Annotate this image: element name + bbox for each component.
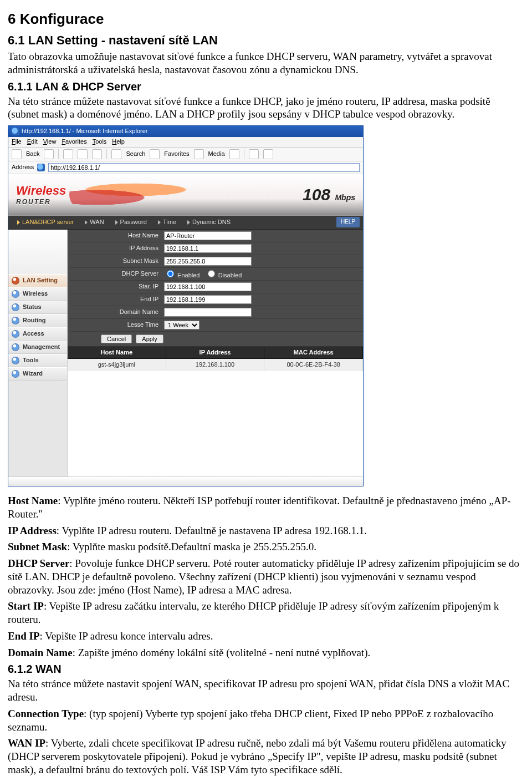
speed-unit: Mbps: [335, 193, 355, 202]
sidebar-label: Status: [23, 303, 42, 311]
search-icon[interactable]: [111, 149, 121, 159]
ie-back-label[interactable]: Back: [26, 150, 39, 158]
radio-disabled[interactable]: [208, 270, 215, 277]
bullet-icon: [12, 370, 19, 378]
ie-addressbar: Address: [8, 161, 363, 174]
input-end-ip[interactable]: [164, 295, 252, 304]
ie-menu-file[interactable]: File: [12, 138, 22, 146]
ie-menu-help[interactable]: Help: [112, 138, 125, 146]
ie-title-text: http://192.168.1.1/ - Microsoft Internet…: [22, 128, 147, 135]
td-host-name: gst-s4jg3ljuml: [68, 359, 166, 371]
tab-password[interactable]: Password: [110, 216, 152, 229]
help-button[interactable]: HELP: [336, 217, 360, 227]
sidebar-item-routing[interactable]: Routing: [8, 314, 67, 327]
input-start-ip[interactable]: [164, 282, 252, 291]
row-dhcp-server: DHCP Server Enabled Disabled: [70, 268, 363, 281]
ie-menubar: File Edit View Favorites Tools Help: [8, 137, 363, 148]
ie-icon: [12, 128, 19, 135]
heading-lan-setting: 6.1 LAN Setting - nastavení sítě LAN: [8, 33, 522, 48]
label-end-ip: End IP: [70, 296, 164, 303]
row-end-ip: End IP: [70, 293, 363, 306]
history-icon[interactable]: [229, 149, 239, 159]
sidebar-item-status[interactable]: Status: [8, 301, 67, 314]
term-start-ip: Start IP: [8, 600, 44, 612]
ie-fav-label[interactable]: Favorites: [164, 150, 189, 158]
tab-lan-dhcp[interactable]: LAN&DHCP server: [12, 216, 79, 229]
triangle-icon: [115, 220, 118, 225]
sidebar-item-access[interactable]: Access: [8, 327, 67, 341]
forward-icon[interactable]: [44, 149, 54, 159]
speed-number: 108: [303, 185, 330, 204]
triangle-icon: [158, 220, 161, 225]
sidebar-item-lan-setting[interactable]: LAN Setting: [8, 274, 67, 287]
home-icon[interactable]: [92, 149, 102, 159]
ie-address-input[interactable]: [48, 163, 360, 172]
router-page: Wireless ROUTER 108 Mbps LAN&DHCP server…: [8, 174, 363, 486]
refresh-icon[interactable]: [78, 149, 88, 159]
sidebar-item-wizard[interactable]: Wizard: [8, 367, 67, 381]
sidebar-item-tools[interactable]: Tools: [8, 354, 67, 367]
ie-toolbar: Back Search Favorites Media: [8, 148, 363, 161]
cancel-button[interactable]: Cancel: [101, 334, 132, 343]
screenshot-ie-window: http://192.168.1.1/ - Microsoft Internet…: [8, 125, 364, 486]
text-start-ip: : Vepište IP adresu začátku intervalu, z…: [8, 600, 499, 625]
sidebar-spacer: [8, 230, 67, 274]
radio-enabled[interactable]: [167, 270, 174, 277]
stop-icon[interactable]: [63, 149, 73, 159]
td-mac-address: 00-0C-6E-2B-F4-38: [264, 359, 363, 371]
router-form: Host Name IP Address Subnet Mask DHCP Se…: [68, 230, 363, 477]
ie-search-label[interactable]: Search: [126, 150, 145, 158]
sidebar-label: Wizard: [23, 370, 43, 378]
tab-wan[interactable]: WAN: [79, 216, 109, 229]
para-wan-intro: Na této stránce můžete nastavit spojení …: [8, 677, 522, 704]
router-brand-banner: Wireless ROUTER 108 Mbps: [8, 174, 363, 216]
router-content: LAN Setting Wireless Status Routing Acce…: [8, 230, 363, 477]
decorative-swoosh: [69, 180, 213, 210]
bullet-icon: [12, 317, 19, 324]
router-sidebar: LAN Setting Wireless Status Routing Acce…: [8, 230, 68, 477]
bullet-icon: [12, 290, 19, 298]
text-domain-name: : Zapište jméno domény lokální sítě (vol…: [73, 647, 371, 658]
print-icon[interactable]: [263, 149, 273, 159]
ie-page-icon: [37, 164, 45, 171]
input-subnet-mask[interactable]: [164, 257, 252, 266]
media-icon[interactable]: [194, 149, 204, 159]
label-domain-name: Domain Name: [70, 308, 164, 316]
sidebar-item-management[interactable]: Management: [8, 341, 67, 354]
radio-disabled-label[interactable]: Disabled: [205, 272, 242, 278]
favorites-icon[interactable]: [150, 149, 160, 159]
tab-label: WAN: [90, 219, 104, 226]
input-host-name[interactable]: [164, 231, 252, 240]
mail-icon[interactable]: [249, 149, 259, 159]
ie-titlebar: http://192.168.1.1/ - Microsoft Internet…: [8, 126, 363, 137]
ie-address-label: Address: [12, 164, 34, 171]
term-domain-name: Domain Name: [8, 647, 73, 658]
sidebar-item-wireless[interactable]: Wireless: [8, 287, 67, 301]
row-start-ip: Star. IP: [70, 281, 363, 293]
input-domain-name[interactable]: [164, 308, 252, 317]
radio-enabled-label[interactable]: Enabled: [164, 272, 200, 278]
input-ip-address[interactable]: [164, 244, 252, 253]
apply-button[interactable]: Apply: [136, 334, 163, 343]
bullet-icon: [12, 343, 19, 351]
th-host-name: Host Name: [68, 347, 166, 359]
para-ip-address: IP Address: Vyplňte IP adresu routeru. D…: [8, 524, 522, 537]
logo-wireless: Wireless: [16, 184, 66, 197]
heading-wan: 6.1.2 WAN: [8, 662, 522, 676]
dhcp-table-header: Host Name IP Address MAC Address: [68, 347, 363, 359]
tab-time[interactable]: Time: [152, 216, 182, 229]
select-lease-time[interactable]: 1 Week: [164, 321, 200, 329]
row-lease-time: Lesse Time1 Week: [70, 319, 363, 332]
ie-menu-view[interactable]: View: [43, 138, 57, 146]
para-subnet-mask: Subnet Mask: Vyplňte masku podsítě.Defau…: [8, 540, 522, 554]
ie-menu-tools[interactable]: Tools: [93, 138, 107, 146]
triangle-icon: [85, 220, 88, 225]
term-end-ip: End IP: [8, 630, 40, 642]
table-empty-area: [68, 371, 363, 476]
row-subnet-mask: Subnet Mask: [70, 255, 363, 268]
back-icon[interactable]: [12, 149, 22, 159]
tab-dynamic-dns[interactable]: Dynamic DNS: [182, 216, 236, 229]
ie-menu-favorites[interactable]: Favorites: [62, 138, 86, 146]
ie-menu-edit[interactable]: Edit: [27, 138, 38, 146]
ie-media-label[interactable]: Media: [208, 150, 225, 158]
